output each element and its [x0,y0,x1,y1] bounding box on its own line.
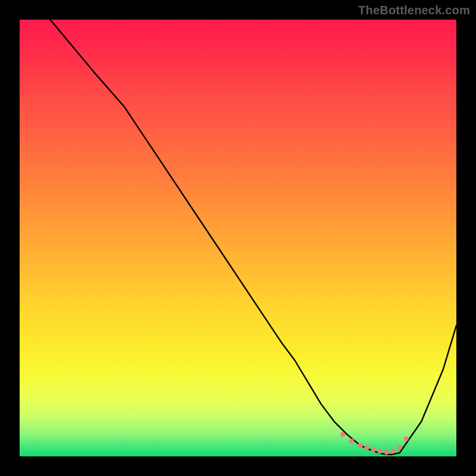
plot-area [20,20,456,456]
marker-dot [397,445,402,450]
marker-dot [364,445,369,450]
chart-svg [20,20,456,456]
chart-frame: TheBottleneck.com [0,0,476,476]
marker-dot [340,432,345,437]
marker-dot [358,443,362,447]
bottom-marker-dots [340,432,409,455]
marker-dot [377,449,382,453]
marker-dot [403,436,408,441]
bottleneck-curve [50,20,456,455]
marker-dot [390,449,395,453]
marker-dot [384,450,389,455]
marker-dot [349,439,354,443]
marker-dot [371,447,375,452]
watermark-text: TheBottleneck.com [358,4,470,17]
